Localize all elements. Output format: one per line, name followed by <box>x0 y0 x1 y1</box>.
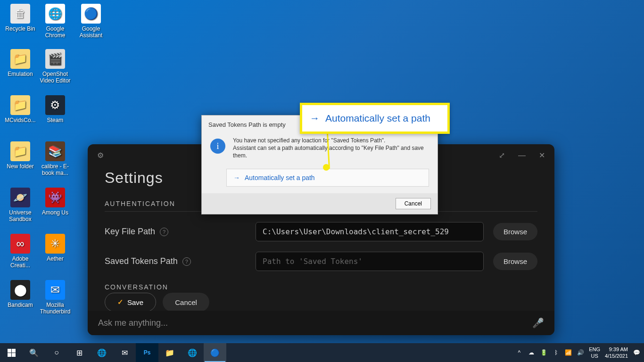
desktop-icon-adobe-creati-[interactable]: ∞Adobe Creati... <box>3 233 38 270</box>
callout-highlight: → Automatically set a path <box>300 103 450 134</box>
ask-placeholder: Ask me anything... <box>98 318 532 328</box>
tray-wifi-icon[interactable]: 📶 <box>564 349 572 356</box>
arrow-right-icon: → <box>310 113 320 124</box>
tray-bluetooth-icon[interactable]: ᛒ <box>552 349 560 356</box>
desktop-icon-bandicam[interactable]: ⬤Bandicam <box>3 279 38 309</box>
browse-tokens-button[interactable]: Browse <box>493 253 537 270</box>
cortana-button[interactable]: ○ <box>45 343 68 362</box>
arrow-right-icon: → <box>233 174 240 181</box>
desktop-icon-steam[interactable]: ⚙Steam <box>38 94 73 124</box>
desktop-icon-mcvidsco-[interactable]: 📁MCvidsCo... <box>3 94 38 124</box>
dialog-message: You have not specified any loaction for … <box>233 137 429 159</box>
action-bar: ✓Save Cancel <box>105 293 537 312</box>
automatically-set-path-link[interactable]: → Automatically set a path <box>226 169 429 187</box>
desktop-icon-recycle-bin[interactable]: 🗑Recycle Bin <box>3 3 38 33</box>
desktop-icon-new-folder[interactable]: 📁New folder <box>3 140 38 171</box>
desktop-icon-aether[interactable]: ✳Aether <box>38 233 73 263</box>
desktop-icon-emulation[interactable]: 📁Emulation <box>3 48 38 78</box>
task-view-button[interactable]: ⊞ <box>68 343 91 362</box>
check-icon: ✓ <box>117 298 124 306</box>
taskbar-app-assistant[interactable]: 🔵 <box>204 343 226 362</box>
taskbar-app-explorer[interactable]: 📁 <box>158 343 181 362</box>
desktop-icon-openshot-video-editor[interactable]: 🎬OpenShot Video Editor <box>38 48 73 85</box>
desktop-icon-mozilla-thunderbird[interactable]: ✉Mozilla Thunderbird <box>38 279 73 316</box>
tray-language[interactable]: ENGUS <box>589 346 600 359</box>
saved-tokens-path-row: Saved Tokens Path ? Browse <box>105 252 537 271</box>
key-file-path-row: Key File Path ? Browse <box>105 222 537 241</box>
taskbar-app-chrome[interactable]: 🌐 <box>181 343 204 362</box>
tray-battery-icon[interactable]: 🔋 <box>540 349 547 356</box>
tray-volume-icon[interactable]: 🔊 <box>577 349 584 356</box>
desktop-icon-calibre-e-book-ma-[interactable]: 📚calibre - E-book ma... <box>38 140 73 177</box>
tray-onedrive-icon[interactable]: ☁ <box>528 349 535 356</box>
maximize-icon[interactable]: ⤢ <box>499 151 505 160</box>
tray-notifications-icon[interactable]: 💬 <box>633 349 640 356</box>
desktop-icon-among-us[interactable]: 👾Among Us <box>38 187 73 217</box>
start-button[interactable] <box>0 343 23 362</box>
save-button[interactable]: ✓Save <box>105 293 156 312</box>
help-icon[interactable]: ? <box>182 257 191 266</box>
taskbar: 🔍 ○ ⊞ 🌐 ✉ Ps 📁 🌐 🔵 ^ ☁ 🔋 ᛒ 📶 🔊 ENGUS 9:3… <box>0 343 644 362</box>
key-file-path-label: Key File Path ? <box>105 227 246 237</box>
desktop-icon-google-assistant[interactable]: 🔵Google Assistant <box>74 3 108 40</box>
close-icon[interactable]: ✕ <box>539 151 545 160</box>
minimize-icon[interactable]: — <box>518 151 526 160</box>
desktop-icon-universe-sandbox[interactable]: 🪐Universe Sandbox <box>3 187 38 223</box>
cancel-button[interactable]: Cancel <box>163 293 209 312</box>
saved-tokens-path-label: Saved Tokens Path ? <box>105 256 246 266</box>
gear-icon[interactable]: ⚙ <box>97 151 104 160</box>
mic-icon[interactable]: 🎤 <box>532 317 544 329</box>
callout-dot <box>323 164 330 171</box>
ask-bar[interactable]: Ask me anything... 🎤 <box>88 311 554 335</box>
key-file-path-input[interactable] <box>256 222 484 241</box>
tray-clock[interactable]: 9:39 AM4/15/2021 <box>605 346 628 359</box>
taskbar-app-edge[interactable]: 🌐 <box>91 343 113 362</box>
search-button[interactable]: 🔍 <box>23 343 45 362</box>
desktop-icon-google-chrome[interactable]: 🌐Google Chrome <box>38 3 73 40</box>
info-icon: i <box>210 139 225 154</box>
tray-chevron-icon[interactable]: ^ <box>515 349 523 356</box>
help-icon[interactable]: ? <box>160 228 168 236</box>
dialog-cancel-button[interactable]: Cancel <box>396 198 431 209</box>
taskbar-app-mail[interactable]: ✉ <box>113 343 136 362</box>
taskbar-app-photoshop[interactable]: Ps <box>136 343 158 362</box>
browse-key-file-button[interactable]: Browse <box>493 223 537 240</box>
saved-tokens-path-input[interactable] <box>256 252 484 271</box>
